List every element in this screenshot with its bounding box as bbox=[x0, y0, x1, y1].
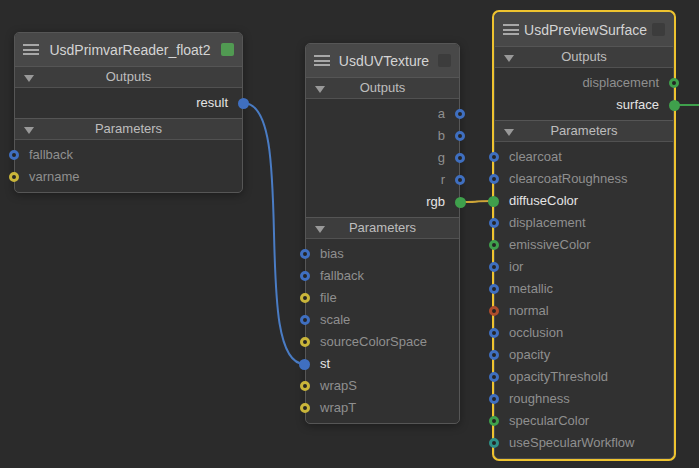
metallic-port[interactable] bbox=[489, 284, 499, 294]
port-label-opacityThreshold: opacityThreshold bbox=[495, 369, 608, 384]
port-row-r: r bbox=[306, 169, 459, 191]
port-label-opacity: opacity bbox=[495, 347, 550, 362]
parameters-rows: biasfallbackfilescalesourceColorSpacestw… bbox=[306, 239, 459, 423]
bias-port[interactable] bbox=[300, 249, 310, 259]
a-port[interactable] bbox=[455, 109, 465, 119]
rgb-port[interactable] bbox=[455, 197, 466, 208]
scale-port[interactable] bbox=[300, 315, 310, 325]
clearcoatRoughness-port[interactable] bbox=[489, 174, 499, 184]
port-row-varname: varname bbox=[15, 166, 242, 188]
collapse-arrow-icon[interactable] bbox=[24, 127, 34, 134]
port-label-ior: ior bbox=[495, 259, 523, 274]
normal-port[interactable] bbox=[489, 306, 499, 316]
parameters-rows: fallbackvarname bbox=[15, 140, 242, 192]
ior-port[interactable] bbox=[489, 262, 499, 272]
outputs-section-header[interactable]: Outputs bbox=[15, 66, 242, 88]
roughness-port[interactable] bbox=[489, 394, 499, 404]
node-header[interactable]: UsdPreviewSurface bbox=[495, 13, 673, 46]
port-row-rgb: rgb bbox=[306, 191, 459, 213]
port-label-wrapT: wrapT bbox=[306, 400, 356, 415]
node-title: UsdUVTexture bbox=[330, 53, 438, 69]
node-header[interactable]: UsdUVTexture bbox=[306, 44, 459, 77]
st-port[interactable] bbox=[299, 359, 310, 370]
parameters-section-header[interactable]: Parameters bbox=[306, 217, 459, 239]
port-row-normal: normal bbox=[495, 300, 673, 322]
useSpecularWorkflow-port[interactable] bbox=[489, 438, 499, 448]
wrapS-port[interactable] bbox=[300, 381, 310, 391]
outputs-section-label: Outputs bbox=[360, 80, 406, 95]
clearcoat-port[interactable] bbox=[489, 152, 499, 162]
collapse-arrow-icon[interactable] bbox=[504, 129, 514, 136]
status-square[interactable] bbox=[221, 43, 234, 56]
diffuseColor-port[interactable] bbox=[488, 196, 499, 207]
outputs-rows: result bbox=[15, 88, 242, 118]
b-port[interactable] bbox=[455, 131, 465, 141]
port-row-metallic: metallic bbox=[495, 278, 673, 300]
port-row-result: result bbox=[15, 92, 242, 114]
connection-wire[interactable] bbox=[244, 103, 305, 364]
port-row-specularColor: specularColor bbox=[495, 410, 673, 432]
status-square[interactable] bbox=[652, 23, 665, 36]
port-label-result: result bbox=[196, 95, 242, 110]
port-label-scale: scale bbox=[306, 312, 350, 327]
menu-icon[interactable] bbox=[23, 44, 39, 55]
collapse-arrow-icon[interactable] bbox=[504, 55, 514, 62]
occlusion-port[interactable] bbox=[489, 328, 499, 338]
displacement-port[interactable] bbox=[669, 78, 679, 88]
node-usduvtexture[interactable]: UsdUVTexture Outputs abgrrgb Parameters … bbox=[305, 43, 460, 424]
varname-port[interactable] bbox=[9, 172, 19, 182]
port-row-opacity: opacity bbox=[495, 344, 673, 366]
status-square[interactable] bbox=[438, 54, 451, 67]
fallback-port[interactable] bbox=[9, 150, 19, 160]
opacityThreshold-port[interactable] bbox=[489, 372, 499, 382]
port-label-specularColor: specularColor bbox=[495, 413, 589, 428]
g-port[interactable] bbox=[455, 153, 465, 163]
node-header[interactable]: UsdPrimvarReader_float2 bbox=[15, 33, 242, 66]
file-port[interactable] bbox=[300, 293, 310, 303]
port-label-displacement: displacement bbox=[582, 75, 673, 90]
collapse-arrow-icon[interactable] bbox=[24, 75, 34, 82]
port-row-b: b bbox=[306, 125, 459, 147]
port-row-fallback: fallback bbox=[306, 265, 459, 287]
node-graph-canvas[interactable]: UsdPrimvarReader_float2 Outputs result P… bbox=[0, 0, 699, 468]
port-row-a: a bbox=[306, 103, 459, 125]
port-row-st: st bbox=[306, 353, 459, 375]
outputs-rows: abgrrgb bbox=[306, 99, 459, 217]
port-label-fallback: fallback bbox=[15, 147, 73, 162]
surface-port[interactable] bbox=[669, 100, 680, 111]
port-label-fallback: fallback bbox=[306, 268, 364, 283]
port-row-scale: scale bbox=[306, 309, 459, 331]
port-row-wrapT: wrapT bbox=[306, 397, 459, 419]
displacement-port[interactable] bbox=[489, 218, 499, 228]
outputs-section-label: Outputs bbox=[106, 69, 152, 84]
port-label-wrapS: wrapS bbox=[306, 378, 357, 393]
port-label-roughness: roughness bbox=[495, 391, 570, 406]
menu-icon[interactable] bbox=[503, 24, 519, 35]
parameters-section-header[interactable]: Parameters bbox=[495, 120, 673, 142]
collapse-arrow-icon[interactable] bbox=[315, 86, 325, 93]
specularColor-port[interactable] bbox=[489, 416, 499, 426]
port-row-roughness: roughness bbox=[495, 388, 673, 410]
sourceColorSpace-port[interactable] bbox=[300, 337, 310, 347]
port-row-wrapS: wrapS bbox=[306, 375, 459, 397]
emissiveColor-port[interactable] bbox=[489, 240, 499, 250]
port-label-metallic: metallic bbox=[495, 281, 553, 296]
port-row-opacityThreshold: opacityThreshold bbox=[495, 366, 673, 388]
node-usdprimvarreader-float2[interactable]: UsdPrimvarReader_float2 Outputs result P… bbox=[14, 32, 243, 193]
r-port[interactable] bbox=[455, 175, 465, 185]
port-row-surface: surface bbox=[495, 94, 673, 116]
port-row-displacement: displacement bbox=[495, 72, 673, 94]
fallback-port[interactable] bbox=[300, 271, 310, 281]
parameters-section-header[interactable]: Parameters bbox=[15, 118, 242, 140]
port-row-clearcoatRoughness: clearcoatRoughness bbox=[495, 168, 673, 190]
result-port[interactable] bbox=[238, 98, 249, 109]
collapse-arrow-icon[interactable] bbox=[315, 226, 325, 233]
wrapT-port[interactable] bbox=[300, 403, 310, 413]
node-usdpreviewsurface[interactable]: UsdPreviewSurface Outputs displacementsu… bbox=[494, 12, 674, 459]
port-label-surface: surface bbox=[616, 97, 673, 112]
outputs-section-header[interactable]: Outputs bbox=[306, 77, 459, 99]
menu-icon[interactable] bbox=[314, 55, 330, 66]
outputs-section-header[interactable]: Outputs bbox=[495, 46, 673, 68]
port-row-fallback: fallback bbox=[15, 144, 242, 166]
opacity-port[interactable] bbox=[489, 350, 499, 360]
